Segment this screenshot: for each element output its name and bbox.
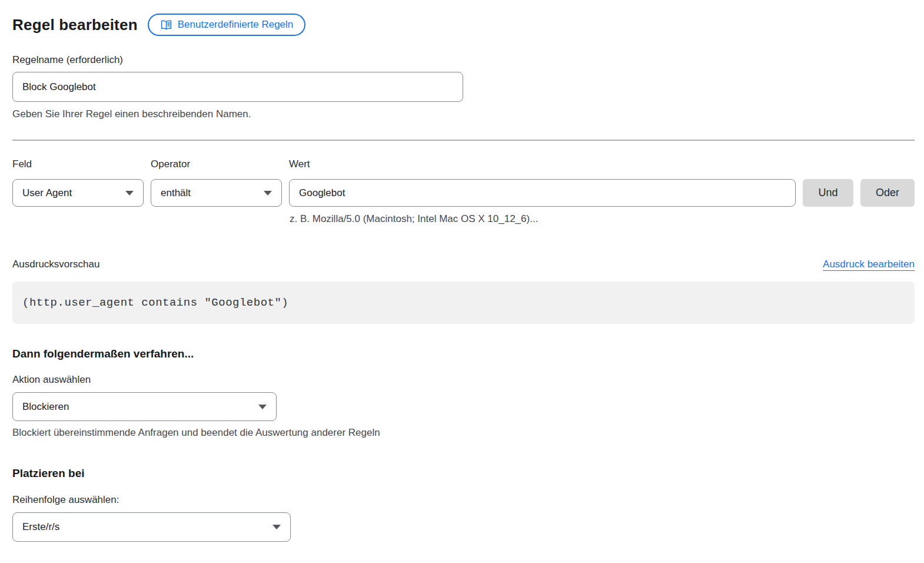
operator-select[interactable]: enthält [151, 179, 282, 207]
expression-preview-label: Ausdrucksvorschau [12, 258, 99, 270]
chevron-down-icon [258, 405, 267, 409]
action-section-heading: Dann folgendermaßen verfahren... [12, 347, 915, 361]
custom-rules-badge-label: Benutzerdefinierte Regeln [178, 19, 294, 31]
value-input[interactable] [289, 179, 796, 207]
page-title: Regel bearbeiten [12, 16, 138, 34]
rule-name-input[interactable] [12, 72, 463, 102]
expression-preview-box: (http.user_agent contains "Googlebot") [12, 282, 915, 324]
action-help: Blockiert übereinstimmende Anfragen und … [12, 426, 915, 439]
operator-select-value: enthält [161, 187, 191, 199]
rule-name-help: Geben Sie Ihrer Regel einen beschreibend… [12, 108, 915, 120]
chevron-down-icon [125, 191, 134, 196]
and-button[interactable]: Und [803, 179, 853, 207]
expression-builder-row: User Agent enthält Und Oder [12, 179, 915, 207]
operator-label: Operator [151, 158, 282, 170]
or-button[interactable]: Oder [860, 179, 915, 207]
section-divider [12, 140, 915, 141]
expression-code: (http.user_agent contains "Googlebot") [22, 296, 288, 309]
edit-rule-page: Regel bearbeiten Benutzerdefinierte Rege… [0, 0, 924, 542]
field-label: Feld [12, 158, 144, 170]
placement-section-heading: Platzieren bei [12, 466, 915, 481]
action-select-label: Aktion auswählen [12, 373, 915, 386]
action-select-value: Blockieren [22, 401, 69, 413]
expression-preview-header: Ausdrucksvorschau Ausdruck bearbeiten [12, 258, 915, 270]
placement-order-select[interactable]: Erste/r/s [12, 512, 291, 542]
custom-rules-badge[interactable]: Benutzerdefinierte Regeln [148, 14, 306, 36]
action-select[interactable]: Blockieren [12, 392, 277, 421]
placement-order-label: Reihenfolge auswählen: [12, 494, 915, 506]
edit-expression-link[interactable]: Ausdruck bearbeiten [823, 259, 915, 270]
value-label: Wert [289, 158, 796, 170]
page-header: Regel bearbeiten Benutzerdefinierte Rege… [12, 13, 915, 37]
chevron-down-icon [264, 191, 272, 196]
rule-name-label: Regelname (erforderlich) [12, 54, 915, 66]
placement-order-value: Erste/r/s [22, 521, 59, 533]
field-select-value: User Agent [22, 187, 72, 199]
expression-builder-labels: Feld Operator Wert [12, 158, 915, 170]
value-help: z. B. Mozilla/5.0 (Macintosh; Intel Mac … [290, 213, 915, 225]
open-book-icon [160, 19, 172, 31]
field-select[interactable]: User Agent [12, 179, 144, 207]
chevron-down-icon [272, 525, 281, 529]
